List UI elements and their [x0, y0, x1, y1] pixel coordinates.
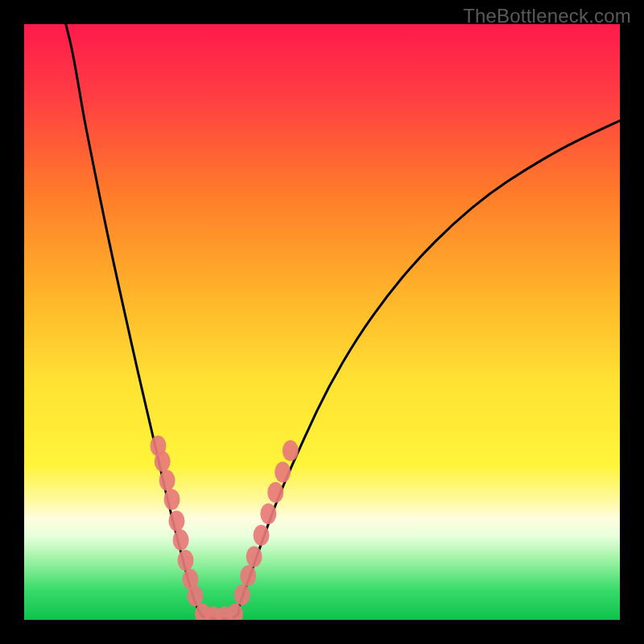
marker-dot	[275, 461, 291, 482]
marker-dot	[178, 550, 194, 571]
marker-dot	[173, 530, 189, 551]
marker-dot	[159, 470, 175, 491]
chart-svg	[24, 24, 620, 620]
marker-dot	[155, 451, 171, 472]
marker-dot	[234, 584, 250, 605]
frame: TheBottleneck.com	[0, 0, 644, 644]
marker-dot	[283, 440, 299, 461]
marker-dot	[254, 525, 270, 546]
marker-dot	[260, 503, 276, 524]
marker-dot	[240, 565, 256, 586]
marker-dot	[187, 585, 203, 606]
plot-area	[24, 24, 620, 620]
marker-dot	[168, 510, 184, 531]
gradient-background	[24, 24, 620, 620]
marker-dot	[164, 489, 180, 510]
marker-dot	[267, 482, 283, 503]
marker-dot	[246, 547, 262, 568]
